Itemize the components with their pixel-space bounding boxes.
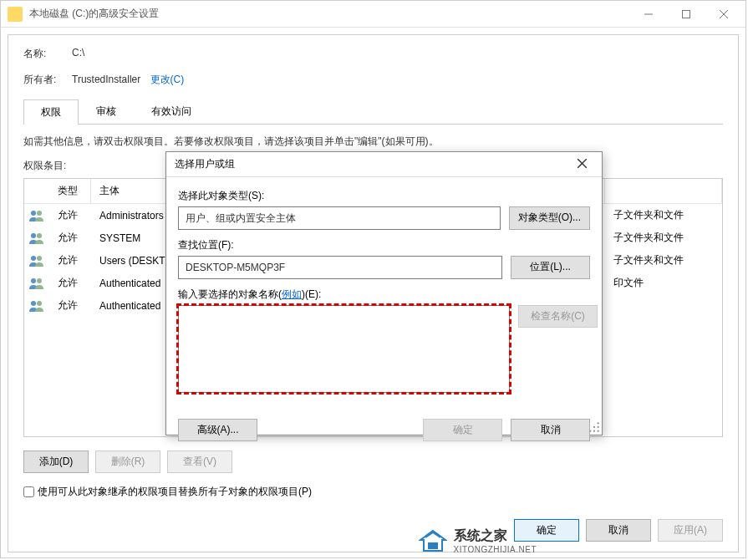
users-icon <box>28 209 45 222</box>
main-footer-buttons: 确定 取消 应用(A) <box>514 519 723 542</box>
apply-button[interactable]: 应用(A) <box>658 519 723 542</box>
description-text: 如需其他信息，请双击权限项目。若要修改权限项目，请选择该项目并单击"编辑"(如果… <box>23 135 723 149</box>
row-type: 允许 <box>49 296 91 315</box>
col-type-header[interactable]: 类型 <box>49 179 91 203</box>
check-names-button[interactable]: 检查名称(C) <box>518 305 598 328</box>
watermark: 系统之家 XITONGZHIJIA.NET <box>419 527 537 554</box>
col-applies-header[interactable] <box>605 179 722 203</box>
svg-point-5 <box>37 211 42 216</box>
svg-point-9 <box>37 256 42 261</box>
object-names-label: 输入要选择的对象名称(例如)(E): <box>178 288 590 302</box>
window-title: 本地磁盘 (C:)的高级安全设置 <box>29 7 629 21</box>
users-icon <box>28 299 45 313</box>
owner-value: TrustedInstaller 更改(C) <box>72 73 184 87</box>
location-label: 查找位置(F): <box>178 238 590 252</box>
replace-permissions-label[interactable]: 使用可从此对象继承的权限项目替换所有子对象的权限项目(P) <box>38 485 312 499</box>
folder-icon <box>8 7 23 22</box>
svg-rect-22 <box>428 542 438 549</box>
row-applies: 子文件夹和文件 <box>605 228 722 247</box>
svg-point-17 <box>593 426 595 428</box>
users-icon <box>28 277 45 290</box>
dialog-titlebar: 选择用户或组 <box>166 152 602 177</box>
col-icon <box>24 179 49 203</box>
main-titlebar: 本地磁盘 (C:)的高级安全设置 <box>1 1 745 28</box>
svg-point-13 <box>37 301 42 306</box>
select-user-or-group-dialog: 选择用户或组 选择此对象类型(S): 对象类型(O)... 查找位置(F): 位… <box>165 151 603 435</box>
name-label: 名称: <box>23 47 72 61</box>
owner-label: 所有者: <box>23 73 72 87</box>
object-type-field[interactable] <box>178 206 501 230</box>
svg-point-16 <box>598 422 599 424</box>
users-icon <box>28 232 45 245</box>
advanced-button[interactable]: 高级(A)... <box>178 419 257 441</box>
object-type-label: 选择此对象类型(S): <box>178 189 590 203</box>
names-label-post: )(E): <box>302 288 321 300</box>
location-field[interactable] <box>178 256 502 279</box>
dialog-cancel-button[interactable]: 取消 <box>511 419 590 441</box>
remove-button[interactable]: 删除(R) <box>95 451 160 473</box>
dialog-body: 选择此对象类型(S): 对象类型(O)... 查找位置(F): 位置(L)...… <box>166 177 602 412</box>
owner-text: TrustedInstaller <box>72 74 140 85</box>
row-applies <box>605 303 722 308</box>
watermark-logo-icon <box>419 529 447 552</box>
add-button[interactable]: 添加(D) <box>23 451 89 473</box>
row-type: 允许 <box>49 206 91 225</box>
watermark-name: 系统之家 <box>454 527 537 545</box>
close-button[interactable] <box>705 2 742 27</box>
examples-link[interactable]: 例如 <box>282 288 302 300</box>
tab-permissions[interactable]: 权限 <box>23 99 79 125</box>
minimize-button[interactable] <box>629 2 667 27</box>
dialog-ok-button[interactable]: 确定 <box>423 419 502 441</box>
dialog-close-button[interactable] <box>570 159 593 171</box>
owner-row: 所有者: TrustedInstaller 更改(C) <box>23 73 723 87</box>
dialog-title: 选择用户或组 <box>175 157 570 171</box>
tab-auditing[interactable]: 审核 <box>79 99 134 124</box>
svg-point-21 <box>598 430 599 432</box>
svg-point-6 <box>31 233 36 238</box>
svg-point-18 <box>598 426 599 428</box>
replace-permissions-row: 使用可从此对象继承的权限项目替换所有子对象的权限项目(P) <box>23 485 723 499</box>
svg-point-7 <box>37 233 42 238</box>
locations-button[interactable]: 位置(L)... <box>511 256 590 279</box>
svg-point-19 <box>589 430 591 432</box>
row-type: 允许 <box>49 251 91 270</box>
object-names-input[interactable] <box>178 305 510 393</box>
row-type: 允许 <box>49 228 91 247</box>
window-controls <box>629 2 742 27</box>
dialog-footer: 高级(A)... 确定 取消 <box>166 412 602 448</box>
resize-grip-icon[interactable] <box>588 421 600 433</box>
row-type: 允许 <box>49 273 91 293</box>
svg-point-12 <box>31 301 36 306</box>
svg-point-20 <box>593 430 595 432</box>
svg-point-10 <box>31 278 36 283</box>
object-types-button[interactable]: 对象类型(O)... <box>509 206 590 230</box>
svg-point-11 <box>37 278 42 283</box>
users-icon <box>28 254 45 267</box>
row-applies: 子文件夹和文件 <box>605 206 722 225</box>
svg-point-4 <box>31 211 36 216</box>
permission-action-buttons: 添加(D) 删除(R) 查看(V) <box>23 451 723 473</box>
change-owner-link[interactable]: 更改(C) <box>150 74 185 85</box>
advanced-security-settings-window: 本地磁盘 (C:)的高级安全设置 名称: C:\ 所有者: TrustedIns… <box>0 0 746 558</box>
watermark-url: XITONGZHIJIA.NET <box>454 545 537 554</box>
svg-rect-1 <box>682 10 689 18</box>
row-applies: 子文件夹和文件 <box>605 251 722 270</box>
tab-effective-access[interactable]: 有效访问 <box>134 99 209 124</box>
tab-strip: 权限 审核 有效访问 <box>23 99 723 125</box>
name-row: 名称: C:\ <box>23 47 723 61</box>
replace-permissions-checkbox[interactable] <box>23 486 34 497</box>
cancel-button[interactable]: 取消 <box>586 519 651 542</box>
name-value: C:\ <box>72 47 84 61</box>
maximize-button[interactable] <box>667 2 705 27</box>
object-names-wrap <box>178 305 510 395</box>
row-applies: 印文件 <box>605 273 722 293</box>
names-label-pre: 输入要选择的对象名称( <box>178 288 282 300</box>
svg-point-8 <box>31 256 36 261</box>
view-button[interactable]: 查看(V) <box>167 451 232 473</box>
